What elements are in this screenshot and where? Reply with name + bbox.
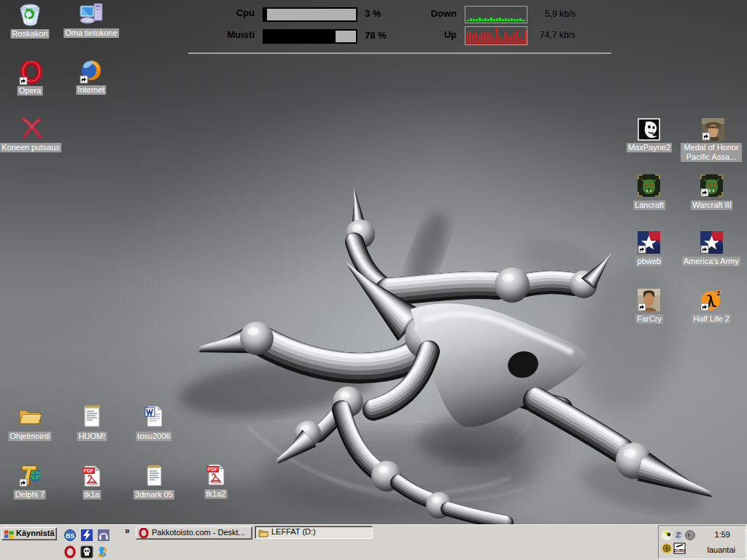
svg-text:PDF: PDF bbox=[84, 468, 95, 473]
svg-text:Adobe: Adobe bbox=[212, 480, 222, 484]
svg-text:2: 2 bbox=[716, 289, 720, 297]
svg-text:BS: BS bbox=[66, 532, 74, 540]
svg-text:PDF: PDF bbox=[208, 467, 219, 472]
svg-text:Adobe: Adobe bbox=[88, 481, 98, 486]
svg-text:GURU: GURU bbox=[673, 548, 685, 553]
